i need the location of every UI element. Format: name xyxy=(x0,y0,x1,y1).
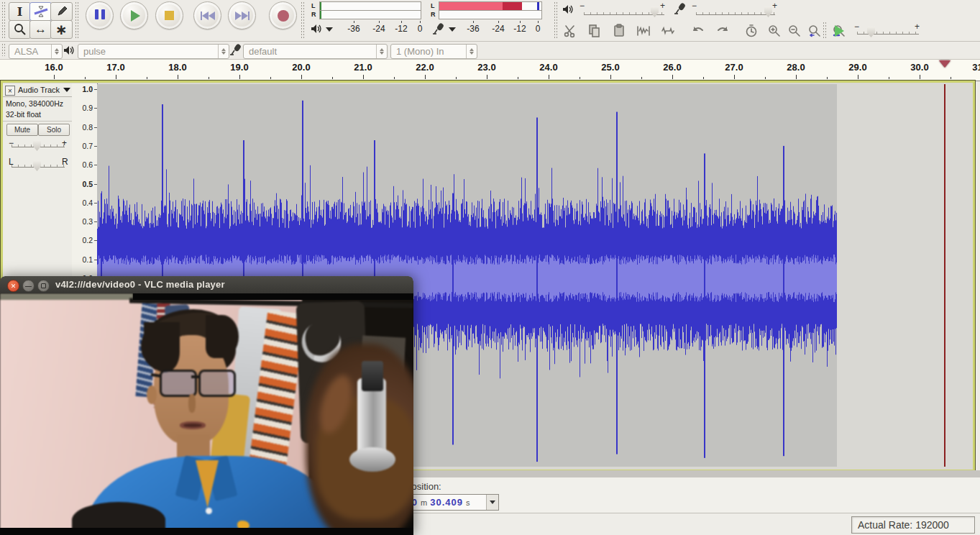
record-head-marker[interactable] xyxy=(939,60,951,68)
toolbar-grip[interactable] xyxy=(1,43,6,56)
playback-meter-right-label: R xyxy=(311,11,316,18)
play-button[interactable] xyxy=(120,1,148,29)
position-format-dropdown[interactable] xyxy=(486,495,498,510)
timeline-major-tick xyxy=(425,75,426,79)
pause-button[interactable] xyxy=(86,1,114,29)
recording-channels-value: 1 (Mono) In xyxy=(396,46,444,57)
toolbar-grip[interactable] xyxy=(301,1,305,40)
timeline-minor-tick xyxy=(580,77,580,79)
spinner-icon xyxy=(376,45,387,58)
recording-device-icon xyxy=(229,43,242,56)
timeline-major-tick xyxy=(239,75,240,79)
position-seconds[interactable]: 30.409 xyxy=(430,497,463,508)
pause-icon xyxy=(93,9,106,22)
amplitude-label: 0.7 xyxy=(82,142,93,150)
clock-icon xyxy=(744,24,759,38)
track-close-button[interactable]: × xyxy=(5,86,15,96)
fit-selection-button[interactable] xyxy=(804,22,825,40)
timeline-minor-tick xyxy=(889,77,889,79)
timeline-minor-tick xyxy=(332,77,333,79)
solo-button[interactable]: Solo xyxy=(38,124,70,136)
skip-to-start-button[interactable] xyxy=(193,1,221,29)
pencil-icon xyxy=(56,6,68,17)
meter-scale-label: -24 xyxy=(492,24,504,34)
fit-selection-icon xyxy=(807,24,822,38)
play-speed-slider[interactable] xyxy=(857,34,919,35)
timeline-major-tick xyxy=(116,75,116,79)
vlc-video-area[interactable] xyxy=(0,293,413,535)
playback-meter-right-bar[interactable] xyxy=(319,10,421,19)
track-empty-area[interactable] xyxy=(837,84,971,467)
mute-button[interactable]: Mute xyxy=(6,124,38,136)
vlc-close-button[interactable]: ✕ xyxy=(7,280,19,292)
paste-button[interactable] xyxy=(608,22,630,40)
play-speed-minus: − xyxy=(854,22,859,32)
redo-button[interactable] xyxy=(712,22,733,40)
timeline-label: 17.0 xyxy=(106,62,124,73)
timeline-minor-tick xyxy=(765,77,766,79)
copy-button[interactable] xyxy=(584,22,605,40)
draw-tool-button[interactable] xyxy=(50,2,73,21)
timeline-label: 26.0 xyxy=(663,62,681,73)
seconds-unit-label: s xyxy=(466,498,470,507)
play-at-speed-button[interactable] xyxy=(828,22,850,40)
timeline-major-tick xyxy=(178,75,178,79)
timeline-major-tick xyxy=(301,75,302,79)
zoom-out-button[interactable] xyxy=(784,22,805,40)
selection-tool-button[interactable]: I xyxy=(9,2,31,21)
zoom-tool-button[interactable] xyxy=(9,20,31,39)
play-speed-thumb[interactable] xyxy=(867,27,875,37)
timeline-major-tick xyxy=(796,75,797,79)
foreground-hand xyxy=(0,293,413,535)
cut-button[interactable] xyxy=(559,22,581,40)
zoom-in-button[interactable] xyxy=(764,22,785,40)
toolbar-grip[interactable] xyxy=(1,1,6,40)
playback-meter-left-label: L xyxy=(311,2,316,9)
recording-channels-select[interactable]: 1 (Mono) In xyxy=(390,44,477,59)
record-icon xyxy=(278,10,289,22)
trim-audio-button[interactable] xyxy=(633,22,654,40)
audio-host-select[interactable]: ALSA xyxy=(9,44,63,59)
vlc-maximize-button[interactable] xyxy=(37,280,50,292)
undo-button[interactable] xyxy=(687,22,709,40)
recording-meter-right-bar[interactable] xyxy=(439,10,542,19)
playback-meter-dropdown-icon[interactable] xyxy=(326,27,333,32)
pan-slider-thumb[interactable] xyxy=(33,160,41,171)
microphone-icon[interactable] xyxy=(431,22,444,35)
chevron-down-icon xyxy=(490,500,495,504)
asterisk-icon: ∗ xyxy=(55,26,68,33)
multi-tool-button[interactable]: ∗ xyxy=(50,20,73,39)
meter-scale-tick xyxy=(420,21,421,23)
envelope-tool-button[interactable] xyxy=(29,2,52,21)
silence-audio-button[interactable] xyxy=(657,22,679,40)
timeline-label: 28.0 xyxy=(787,62,805,73)
vlc-minimize-button[interactable]: — xyxy=(22,280,35,292)
playback-device-select[interactable]: pulse xyxy=(78,44,229,59)
track-name-menu[interactable]: Audio Track xyxy=(18,86,70,94)
toolbar-grip[interactable] xyxy=(75,1,79,40)
record-button[interactable] xyxy=(269,1,297,29)
input-volume-slider[interactable] xyxy=(696,14,775,15)
recording-meter-dropdown-icon[interactable] xyxy=(449,27,456,32)
speaker-icon[interactable] xyxy=(311,24,322,34)
audacity-window: I ↔ ∗ xyxy=(0,0,980,535)
output-volume-slider[interactable] xyxy=(584,14,664,15)
amplitude-label: 0.5 xyxy=(82,180,93,188)
gain-slider-thumb[interactable] xyxy=(33,140,41,151)
mute-label: Mute xyxy=(14,126,30,134)
stop-button[interactable] xyxy=(155,1,183,29)
vlc-window[interactable]: ✕ — v4l2:///dev/video0 - VLC media playe… xyxy=(0,276,413,535)
sync-lock-button[interactable] xyxy=(741,22,762,40)
timeshift-tool-button[interactable]: ↔ xyxy=(29,20,52,39)
meter-scale-label: -24 xyxy=(372,24,385,34)
vlc-titlebar[interactable]: ✕ — v4l2:///dev/video0 - VLC media playe… xyxy=(0,276,413,293)
timeline-minor-tick xyxy=(147,77,147,79)
output-volume-thumb[interactable] xyxy=(651,6,659,17)
timeline-label: 24.0 xyxy=(539,62,557,73)
input-volume-thumb[interactable] xyxy=(764,6,772,17)
timeline-ruler[interactable]: 16.017.018.019.020.021.022.023.024.025.0… xyxy=(0,59,980,81)
skip-to-end-button[interactable] xyxy=(228,1,256,29)
toolbar-grip[interactable] xyxy=(554,1,558,40)
recording-device-select[interactable]: default xyxy=(243,44,388,59)
timeline-minor-tick xyxy=(641,77,642,79)
